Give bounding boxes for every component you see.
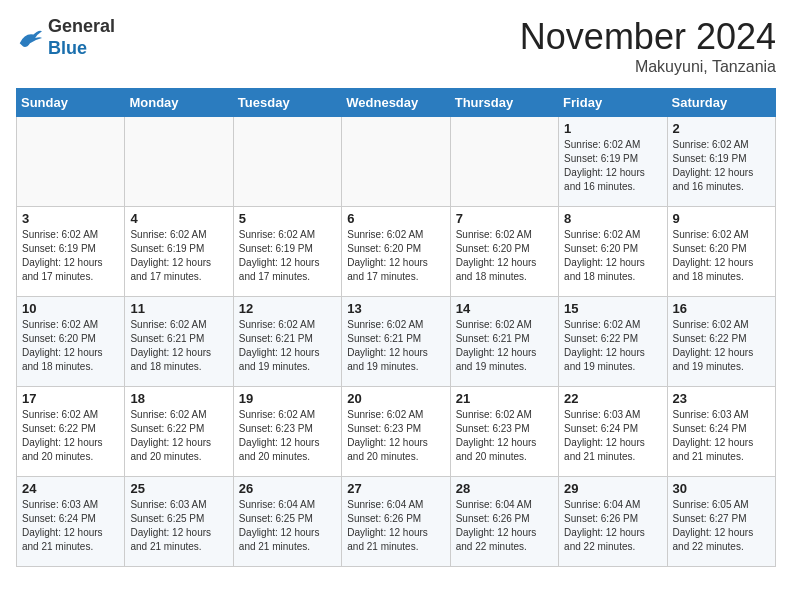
day-info: Sunrise: 6:02 AM Sunset: 6:20 PM Dayligh… xyxy=(673,228,770,284)
day-number: 3 xyxy=(22,211,119,226)
calendar-week-row: 24Sunrise: 6:03 AM Sunset: 6:24 PM Dayli… xyxy=(17,477,776,567)
day-info: Sunrise: 6:02 AM Sunset: 6:20 PM Dayligh… xyxy=(564,228,661,284)
day-info: Sunrise: 6:02 AM Sunset: 6:22 PM Dayligh… xyxy=(564,318,661,374)
day-number: 29 xyxy=(564,481,661,496)
day-number: 6 xyxy=(347,211,444,226)
day-info: Sunrise: 6:02 AM Sunset: 6:22 PM Dayligh… xyxy=(130,408,227,464)
day-info: Sunrise: 6:02 AM Sunset: 6:20 PM Dayligh… xyxy=(22,318,119,374)
day-number: 16 xyxy=(673,301,770,316)
day-number: 5 xyxy=(239,211,336,226)
calendar-cell: 1Sunrise: 6:02 AM Sunset: 6:19 PM Daylig… xyxy=(559,117,667,207)
calendar-cell: 22Sunrise: 6:03 AM Sunset: 6:24 PM Dayli… xyxy=(559,387,667,477)
weekday-header-tuesday: Tuesday xyxy=(233,89,341,117)
calendar-cell: 29Sunrise: 6:04 AM Sunset: 6:26 PM Dayli… xyxy=(559,477,667,567)
calendar-cell: 17Sunrise: 6:02 AM Sunset: 6:22 PM Dayli… xyxy=(17,387,125,477)
day-number: 21 xyxy=(456,391,553,406)
day-number: 17 xyxy=(22,391,119,406)
day-number: 9 xyxy=(673,211,770,226)
day-number: 18 xyxy=(130,391,227,406)
day-info: Sunrise: 6:02 AM Sunset: 6:19 PM Dayligh… xyxy=(239,228,336,284)
calendar-cell: 21Sunrise: 6:02 AM Sunset: 6:23 PM Dayli… xyxy=(450,387,558,477)
day-number: 10 xyxy=(22,301,119,316)
weekday-header-saturday: Saturday xyxy=(667,89,775,117)
calendar-cell: 30Sunrise: 6:05 AM Sunset: 6:27 PM Dayli… xyxy=(667,477,775,567)
day-info: Sunrise: 6:02 AM Sunset: 6:19 PM Dayligh… xyxy=(673,138,770,194)
weekday-header-thursday: Thursday xyxy=(450,89,558,117)
page-header: General Blue November 2024 Makuyuni, Tan… xyxy=(16,16,776,76)
calendar-cell: 5Sunrise: 6:02 AM Sunset: 6:19 PM Daylig… xyxy=(233,207,341,297)
calendar-cell: 2Sunrise: 6:02 AM Sunset: 6:19 PM Daylig… xyxy=(667,117,775,207)
calendar-cell: 20Sunrise: 6:02 AM Sunset: 6:23 PM Dayli… xyxy=(342,387,450,477)
day-number: 4 xyxy=(130,211,227,226)
calendar-cell: 7Sunrise: 6:02 AM Sunset: 6:20 PM Daylig… xyxy=(450,207,558,297)
day-number: 12 xyxy=(239,301,336,316)
calendar-cell xyxy=(125,117,233,207)
day-info: Sunrise: 6:04 AM Sunset: 6:26 PM Dayligh… xyxy=(564,498,661,554)
day-info: Sunrise: 6:02 AM Sunset: 6:19 PM Dayligh… xyxy=(130,228,227,284)
calendar-cell xyxy=(342,117,450,207)
day-number: 27 xyxy=(347,481,444,496)
day-info: Sunrise: 6:02 AM Sunset: 6:23 PM Dayligh… xyxy=(239,408,336,464)
day-info: Sunrise: 6:02 AM Sunset: 6:22 PM Dayligh… xyxy=(673,318,770,374)
day-number: 14 xyxy=(456,301,553,316)
day-number: 22 xyxy=(564,391,661,406)
day-number: 28 xyxy=(456,481,553,496)
day-info: Sunrise: 6:04 AM Sunset: 6:26 PM Dayligh… xyxy=(456,498,553,554)
day-number: 7 xyxy=(456,211,553,226)
logo-bird-icon xyxy=(16,26,44,50)
day-info: Sunrise: 6:02 AM Sunset: 6:22 PM Dayligh… xyxy=(22,408,119,464)
day-info: Sunrise: 6:02 AM Sunset: 6:19 PM Dayligh… xyxy=(564,138,661,194)
calendar-table: SundayMondayTuesdayWednesdayThursdayFrid… xyxy=(16,88,776,567)
day-info: Sunrise: 6:03 AM Sunset: 6:25 PM Dayligh… xyxy=(130,498,227,554)
logo-general-text: General xyxy=(48,16,115,36)
weekday-header-sunday: Sunday xyxy=(17,89,125,117)
calendar-cell: 11Sunrise: 6:02 AM Sunset: 6:21 PM Dayli… xyxy=(125,297,233,387)
day-number: 30 xyxy=(673,481,770,496)
calendar-cell: 10Sunrise: 6:02 AM Sunset: 6:20 PM Dayli… xyxy=(17,297,125,387)
logo-blue-text: Blue xyxy=(48,38,87,58)
weekday-header-monday: Monday xyxy=(125,89,233,117)
day-info: Sunrise: 6:02 AM Sunset: 6:20 PM Dayligh… xyxy=(456,228,553,284)
day-number: 8 xyxy=(564,211,661,226)
day-number: 20 xyxy=(347,391,444,406)
logo: General Blue xyxy=(16,16,115,59)
calendar-week-row: 1Sunrise: 6:02 AM Sunset: 6:19 PM Daylig… xyxy=(17,117,776,207)
day-number: 13 xyxy=(347,301,444,316)
calendar-cell: 18Sunrise: 6:02 AM Sunset: 6:22 PM Dayli… xyxy=(125,387,233,477)
day-info: Sunrise: 6:03 AM Sunset: 6:24 PM Dayligh… xyxy=(564,408,661,464)
weekday-header-friday: Friday xyxy=(559,89,667,117)
day-number: 24 xyxy=(22,481,119,496)
weekday-header-row: SundayMondayTuesdayWednesdayThursdayFrid… xyxy=(17,89,776,117)
calendar-week-row: 10Sunrise: 6:02 AM Sunset: 6:20 PM Dayli… xyxy=(17,297,776,387)
location-subtitle: Makuyuni, Tanzania xyxy=(520,58,776,76)
day-info: Sunrise: 6:02 AM Sunset: 6:23 PM Dayligh… xyxy=(456,408,553,464)
calendar-cell: 27Sunrise: 6:04 AM Sunset: 6:26 PM Dayli… xyxy=(342,477,450,567)
month-title: November 2024 xyxy=(520,16,776,58)
day-number: 19 xyxy=(239,391,336,406)
calendar-week-row: 17Sunrise: 6:02 AM Sunset: 6:22 PM Dayli… xyxy=(17,387,776,477)
day-info: Sunrise: 6:03 AM Sunset: 6:24 PM Dayligh… xyxy=(22,498,119,554)
calendar-cell: 26Sunrise: 6:04 AM Sunset: 6:25 PM Dayli… xyxy=(233,477,341,567)
calendar-cell: 23Sunrise: 6:03 AM Sunset: 6:24 PM Dayli… xyxy=(667,387,775,477)
day-number: 23 xyxy=(673,391,770,406)
calendar-cell: 4Sunrise: 6:02 AM Sunset: 6:19 PM Daylig… xyxy=(125,207,233,297)
day-info: Sunrise: 6:02 AM Sunset: 6:19 PM Dayligh… xyxy=(22,228,119,284)
day-number: 2 xyxy=(673,121,770,136)
calendar-cell: 25Sunrise: 6:03 AM Sunset: 6:25 PM Dayli… xyxy=(125,477,233,567)
calendar-week-row: 3Sunrise: 6:02 AM Sunset: 6:19 PM Daylig… xyxy=(17,207,776,297)
day-info: Sunrise: 6:02 AM Sunset: 6:21 PM Dayligh… xyxy=(456,318,553,374)
calendar-cell: 28Sunrise: 6:04 AM Sunset: 6:26 PM Dayli… xyxy=(450,477,558,567)
calendar-cell: 15Sunrise: 6:02 AM Sunset: 6:22 PM Dayli… xyxy=(559,297,667,387)
calendar-cell: 9Sunrise: 6:02 AM Sunset: 6:20 PM Daylig… xyxy=(667,207,775,297)
calendar-cell: 14Sunrise: 6:02 AM Sunset: 6:21 PM Dayli… xyxy=(450,297,558,387)
calendar-cell: 12Sunrise: 6:02 AM Sunset: 6:21 PM Dayli… xyxy=(233,297,341,387)
day-number: 11 xyxy=(130,301,227,316)
day-info: Sunrise: 6:02 AM Sunset: 6:20 PM Dayligh… xyxy=(347,228,444,284)
day-info: Sunrise: 6:04 AM Sunset: 6:25 PM Dayligh… xyxy=(239,498,336,554)
day-number: 1 xyxy=(564,121,661,136)
calendar-cell: 16Sunrise: 6:02 AM Sunset: 6:22 PM Dayli… xyxy=(667,297,775,387)
day-info: Sunrise: 6:02 AM Sunset: 6:21 PM Dayligh… xyxy=(347,318,444,374)
day-number: 15 xyxy=(564,301,661,316)
calendar-cell xyxy=(17,117,125,207)
calendar-cell: 19Sunrise: 6:02 AM Sunset: 6:23 PM Dayli… xyxy=(233,387,341,477)
